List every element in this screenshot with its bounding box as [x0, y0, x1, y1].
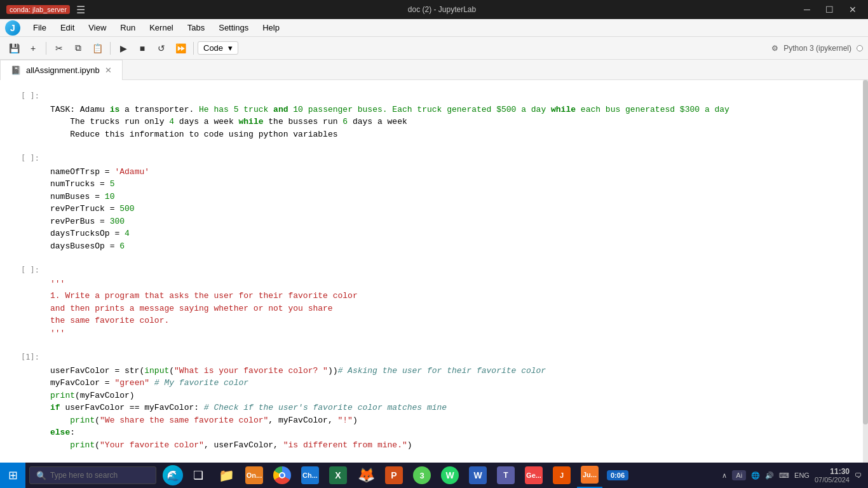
maximize-button[interactable]: ☐	[820, 4, 839, 15]
tab-close-icon[interactable]: ✕	[105, 65, 112, 75]
taskbar-apps: 📁 On... Ch... X 🦊 P 3 W W	[211, 463, 715, 488]
start-button[interactable]: ⊞	[0, 463, 25, 488]
ai-label[interactable]: Ai	[732, 470, 746, 480]
conda-badge: conda: jlab_server	[6, 5, 70, 14]
kernel-label: Python 3 (ipykernel)	[783, 44, 851, 53]
divider-2	[110, 42, 111, 55]
cell-2-content[interactable]: nameOfTrsp = 'Adamu' numTrucks = 5 numBu…	[44, 149, 868, 257]
notification-icon[interactable]: 🗨	[855, 471, 862, 479]
cell-type-dropdown[interactable]: Code ▾	[198, 41, 238, 55]
titlebar: conda: jlab_server ☰ doc (2) - JupyterLa…	[0, 0, 868, 19]
network-icon[interactable]: 🌐	[751, 471, 760, 480]
notebook-area: [ ]: TASK: Adamu is a transporter. He ha…	[0, 80, 868, 463]
cell-4-gutter: [1]:	[0, 348, 44, 463]
tab-icon: 📓	[11, 65, 21, 75]
clock-date: 07/05/2024	[815, 476, 850, 484]
window-title: doc (2) - JupyterLab	[85, 5, 799, 14]
jupyter-icon: Ju...	[581, 466, 599, 484]
search-input[interactable]	[50, 471, 146, 480]
speaker-icon[interactable]: 🔊	[765, 471, 774, 480]
menu-view[interactable]: View	[82, 21, 112, 34]
redapp-icon: J	[553, 466, 571, 484]
taskbar-app-chrome[interactable]	[269, 463, 295, 488]
firefox-icon: 🦊	[358, 467, 375, 484]
lang-label: ENG	[794, 471, 810, 479]
menu-tabs[interactable]: Tabs	[181, 21, 211, 34]
whatsapp-icon: W	[441, 466, 459, 484]
task-view-button[interactable]: ❏	[186, 463, 211, 488]
taskbar-app-on[interactable]: On...	[241, 463, 267, 488]
toolbar: 💾 + ✂ ⧉ 📋 ▶ ■ ↺ ⏩ Code ▾ ⚙ Python 3 (ipy…	[0, 37, 868, 60]
taskbar-mascot[interactable]: 🌊	[160, 463, 186, 488]
copy-button[interactable]: ⧉	[69, 39, 87, 57]
cell-3-gutter: [ ]:	[0, 261, 44, 344]
taskbar-app-ch[interactable]: Ch...	[297, 463, 323, 488]
cell-3-content[interactable]: ''' 1. Write a program that asks the use…	[44, 261, 868, 344]
taskbar-app-g3[interactable]: 3	[409, 463, 435, 488]
save-button[interactable]: 💾	[5, 39, 23, 57]
search-icon: 🔍	[36, 471, 46, 480]
taskbar-app-redapp[interactable]: J	[549, 463, 574, 488]
taskbar-app-word[interactable]: W	[465, 463, 491, 488]
add-cell-button[interactable]: +	[24, 39, 42, 57]
chevron-down-icon: ▾	[228, 43, 233, 53]
mascot-icon: 🌊	[163, 465, 183, 485]
restart-run-button[interactable]: ⏩	[172, 39, 189, 57]
cell-4-label: [1]:	[21, 353, 39, 362]
taskbar-app-teams[interactable]: T	[493, 463, 519, 488]
word-icon: W	[469, 466, 487, 484]
cell-4-content[interactable]: userFavColor = str(input("What is your f…	[44, 348, 868, 463]
taskbar-app-folder[interactable]: 📁	[214, 463, 239, 488]
cell-2-label: [ ]:	[21, 154, 39, 163]
gear-icon: ⚙	[771, 44, 778, 53]
taskbar-app-jupyter[interactable]: Ju...	[577, 463, 602, 488]
menu-help[interactable]: Help	[256, 21, 286, 34]
powerpoint-icon: P	[385, 466, 403, 484]
tab-bar: 📓 allAssignment.ipynb ✕	[0, 60, 868, 80]
taskbar-app-powerpoint[interactable]: P	[381, 463, 407, 488]
taskbar: ⊞ 🔍 🌊 ❏ 📁 On... Ch... X 🦊	[0, 463, 868, 488]
excel-icon: X	[329, 466, 347, 484]
chrome-icon	[273, 466, 291, 484]
cut-button[interactable]: ✂	[50, 39, 68, 57]
menu-edit[interactable]: Edit	[54, 21, 81, 34]
taskbar-app-ge[interactable]: Ge...	[521, 463, 546, 488]
menu-run[interactable]: Run	[114, 21, 142, 34]
taskbar-clock[interactable]: 11:30 07/05/2024	[815, 467, 850, 484]
paste-button[interactable]: 📋	[88, 39, 106, 57]
tab-notebook[interactable]: 📓 allAssignment.ipynb ✕	[0, 60, 123, 80]
cell-2-gutter: [ ]:	[0, 149, 44, 257]
taskbar-app-timer[interactable]: 0:06	[605, 463, 630, 488]
run-button[interactable]: ▶	[114, 39, 132, 57]
app-g3-icon: 3	[413, 466, 431, 484]
cell-1-content[interactable]: TASK: Adamu is a transporter. He has 5 t…	[44, 86, 868, 145]
minimize-button[interactable]: ─	[799, 4, 815, 15]
close-button[interactable]: ✕	[844, 4, 862, 15]
teams-icon: T	[497, 466, 515, 484]
cell-2: [ ]: nameOfTrsp = 'Adamu' numTrucks = 5 …	[0, 149, 868, 257]
interrupt-button[interactable]: ■	[133, 39, 151, 57]
task-view-icon: ❏	[193, 468, 203, 482]
menu-icon[interactable]: ☰	[76, 4, 85, 16]
taskbar-app-excel[interactable]: X	[325, 463, 351, 488]
keyboard-icon: ⌨	[779, 471, 789, 480]
taskbar-app-whatsapp[interactable]: W	[437, 463, 463, 488]
kernel-status: ⚙ Python 3 (ipykernel)	[771, 44, 863, 53]
windows-icon: ⊞	[8, 468, 18, 482]
chevron-up-icon[interactable]: ∧	[722, 471, 727, 480]
taskbar-search[interactable]: 🔍	[29, 466, 156, 484]
cell-4: [1]: userFavColor = str(input("What is y…	[0, 348, 868, 463]
divider-1	[46, 42, 46, 55]
scrollbar-thumb[interactable]	[863, 80, 868, 424]
cell-type-label: Code	[203, 43, 223, 53]
ch-icon: Ch...	[301, 466, 319, 484]
kernel-circle	[857, 45, 863, 51]
scrollbar-track[interactable]	[863, 80, 868, 463]
cell-1-label: [ ]:	[21, 92, 39, 100]
restart-button[interactable]: ↺	[153, 39, 170, 57]
menu-kernel[interactable]: Kernel	[143, 21, 180, 34]
taskbar-app-firefox[interactable]: 🦊	[353, 463, 379, 488]
menu-file[interactable]: File	[27, 21, 53, 34]
menu-settings[interactable]: Settings	[212, 21, 255, 34]
cell-1-gutter: [ ]:	[0, 86, 44, 145]
